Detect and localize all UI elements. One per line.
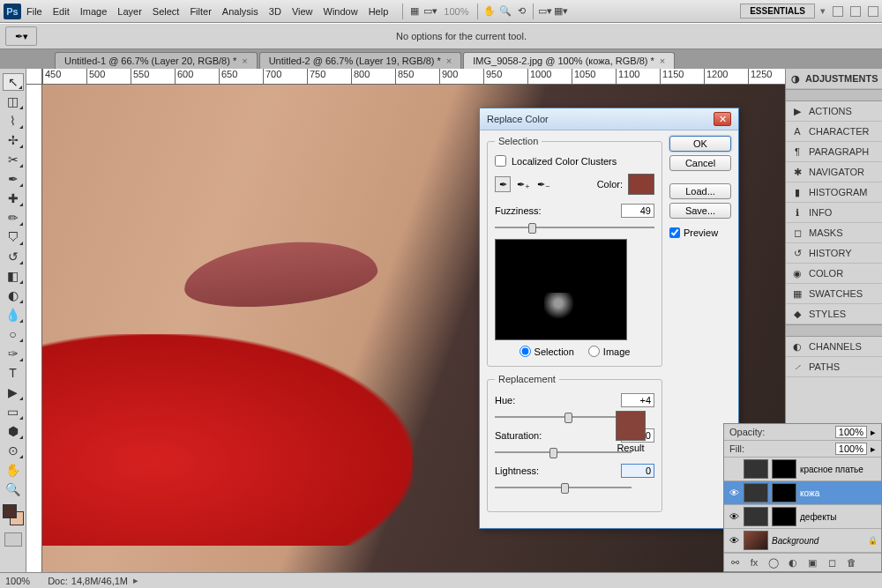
panel-histogram[interactable]: ▮HISTOGRAM — [786, 182, 882, 203]
layer-row[interactable]: 👁дефекты — [724, 505, 881, 529]
tab-close-icon[interactable]: × — [446, 56, 452, 66]
panel-channels[interactable]: ◐CHANNELS — [786, 337, 882, 357]
quick-mask-toggle[interactable] — [4, 532, 22, 547]
eyedropper-tool[interactable]: ✒ — [3, 170, 24, 188]
panel-character[interactable]: ACHARACTER — [786, 122, 882, 142]
healing-tool[interactable]: ✚ — [3, 190, 24, 207]
grid-icon[interactable]: ▦▾ — [553, 4, 569, 19]
ruler-vertical[interactable] — [26, 85, 42, 572]
opacity-value[interactable]: 100% — [835, 426, 867, 438]
minimize-icon[interactable] — [833, 6, 843, 17]
path-select-tool[interactable]: ▶ — [3, 383, 24, 401]
eyedropper-add-icon[interactable]: ✒₊ — [515, 176, 531, 192]
panel-actions[interactable]: ▶ACTIONS — [786, 101, 882, 122]
menu-3d[interactable]: 3D — [269, 6, 281, 17]
menu-file[interactable]: File — [26, 6, 42, 17]
visibility-icon[interactable]: 👁 — [728, 487, 740, 499]
close-icon[interactable] — [868, 6, 878, 17]
menu-filter[interactable]: Filter — [190, 6, 211, 17]
layer-thumbnail[interactable] — [744, 459, 768, 479]
eraser-tool[interactable]: ◧ — [3, 267, 24, 285]
layer-thumbnail[interactable] — [744, 531, 768, 550]
screen-mode-icon[interactable]: ▭▾ — [537, 4, 553, 19]
move-tool[interactable]: ↖ — [3, 73, 24, 91]
dialog-close-button[interactable]: ✕ — [714, 112, 731, 126]
tab-close-icon[interactable]: × — [660, 56, 665, 66]
panel-paragraph[interactable]: ¶PARAGRAPH — [786, 142, 882, 162]
save-button[interactable]: Save... — [669, 203, 731, 219]
menu-analysis[interactable]: Analysis — [222, 6, 258, 17]
bridge-icon[interactable]: ▦ — [407, 4, 422, 19]
localized-checkbox[interactable] — [495, 155, 506, 167]
new-layer-icon[interactable]: ◻ — [825, 556, 839, 569]
layer-thumbnail[interactable] — [744, 483, 768, 502]
zoom-display[interactable]: 100% — [438, 6, 474, 17]
workspace-switcher[interactable]: ESSENTIALS — [740, 4, 815, 19]
menu-layer[interactable]: Layer — [117, 6, 142, 17]
document-tab[interactable]: IMG_9058-2.jpg @ 100% (кожа, RGB/8) *× — [463, 52, 675, 69]
menu-help[interactable]: Help — [369, 6, 389, 17]
panel-masks[interactable]: ◻MASKS — [786, 223, 882, 243]
hand-icon[interactable]: ✋ — [482, 4, 497, 19]
lock-icon[interactable]: 🔒 — [868, 536, 878, 545]
status-menu-icon[interactable]: ▸ — [133, 575, 138, 586]
visibility-icon[interactable]: 👁 — [728, 534, 740, 547]
panel-info[interactable]: ℹINFO — [786, 203, 882, 223]
document-tab[interactable]: Untitled-2 @ 66.7% (Layer 19, RGB/8) *× — [259, 52, 462, 69]
3d-tool[interactable]: ⬢ — [3, 422, 24, 440]
pen-tool[interactable]: ✑ — [3, 345, 24, 362]
hue-input[interactable] — [621, 393, 654, 407]
mask-icon[interactable]: ◯ — [766, 556, 781, 569]
dodge-tool[interactable]: ○ — [3, 325, 24, 343]
selection-color-swatch[interactable] — [628, 174, 654, 195]
hue-slider[interactable] — [495, 411, 632, 423]
layer-row[interactable]: 👁кожа — [724, 481, 881, 505]
visibility-icon[interactable]: 👁 — [728, 510, 740, 523]
stamp-tool[interactable]: ⛉ — [3, 228, 24, 246]
arrange-icon[interactable]: ▭▾ — [422, 4, 438, 19]
ok-button[interactable]: OK — [669, 136, 731, 152]
history-brush-tool[interactable]: ↺ — [3, 248, 24, 265]
dialog-titlebar[interactable]: Replace Color ✕ — [480, 108, 738, 130]
layer-mask[interactable] — [772, 459, 796, 479]
result-color-swatch[interactable] — [616, 411, 646, 441]
current-tool-icon[interactable]: ✒▾ — [5, 26, 37, 46]
color-swatches[interactable] — [3, 504, 24, 525]
layer-thumbnail[interactable] — [744, 507, 768, 526]
panel-styles[interactable]: ◆STYLES — [786, 304, 882, 324]
ruler-horizontal[interactable]: 4505005506006507007508008509009501000105… — [42, 69, 785, 85]
saturation-slider[interactable] — [495, 446, 632, 458]
quick-select-tool[interactable]: ✢ — [3, 131, 24, 149]
fill-value[interactable]: 100% — [835, 443, 867, 455]
panel-swatches[interactable]: ▦SWATCHES — [786, 284, 882, 304]
panel-color[interactable]: ◉COLOR — [786, 264, 882, 284]
menu-edit[interactable]: Edit — [53, 6, 70, 17]
fuzziness-input[interactable] — [621, 204, 654, 218]
shape-tool[interactable]: ▭ — [3, 403, 24, 421]
crop-tool[interactable]: ✂ — [3, 151, 24, 168]
zoom-icon[interactable]: 🔍 — [497, 4, 513, 19]
gradient-tool[interactable]: ◐ — [3, 287, 24, 304]
radio-selection[interactable]: Selection — [519, 346, 574, 357]
panel-navigator[interactable]: ✱NAVIGATOR — [786, 162, 882, 182]
3d-camera-tool[interactable]: ⊙ — [3, 442, 24, 459]
adjustment-icon[interactable]: ◐ — [786, 556, 800, 569]
rotate-icon[interactable]: ⟲ — [513, 4, 529, 19]
menu-view[interactable]: View — [292, 6, 313, 17]
fx-icon[interactable]: fx — [747, 556, 761, 569]
brush-tool[interactable]: ✏ — [3, 209, 24, 227]
blur-tool[interactable]: 💧 — [3, 306, 24, 324]
layer-mask[interactable] — [772, 507, 796, 526]
maximize-icon[interactable] — [850, 6, 861, 17]
panel-history[interactable]: ↺HISTORY — [786, 243, 882, 264]
load-button[interactable]: Load... — [669, 183, 731, 199]
fill-menu-icon[interactable]: ▸ — [871, 443, 876, 455]
trash-icon[interactable]: 🗑 — [844, 556, 858, 569]
radio-image[interactable]: Image — [588, 346, 631, 357]
ruler-origin[interactable] — [26, 69, 42, 85]
hand-tool[interactable]: ✋ — [3, 461, 24, 479]
visibility-icon[interactable] — [728, 463, 740, 475]
document-tab[interactable]: Untitled-1 @ 66.7% (Layer 20, RGB/8) *× — [55, 52, 258, 69]
opacity-menu-icon[interactable]: ▸ — [871, 427, 876, 438]
layer-row[interactable]: 👁Background🔒 — [724, 529, 881, 553]
